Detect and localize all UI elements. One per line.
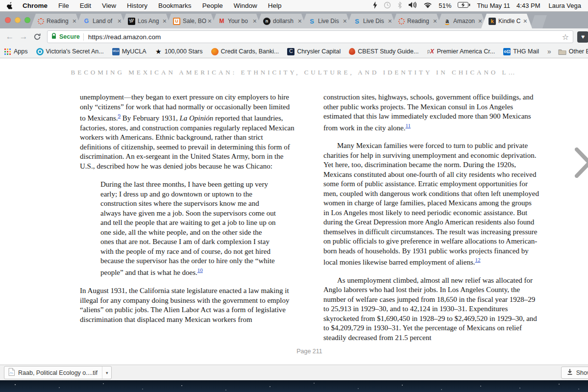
menu-chrome[interactable]: Chrome — [17, 2, 53, 9]
bluetooth-icon[interactable] — [397, 1, 402, 10]
zoom-window-button[interactable] — [24, 17, 30, 23]
url-separator — [83, 33, 84, 41]
time-machine-icon[interactable] — [384, 1, 391, 10]
show-all-downloads-button[interactable]: Show all — [561, 367, 588, 379]
security-label[interactable]: Secure — [59, 33, 80, 40]
footnote-link-9[interactable]: 9 — [118, 113, 121, 119]
wifi-icon[interactable] — [423, 2, 432, 10]
download-item-main[interactable]: Raab, Political Ecology o....tif — [4, 367, 102, 379]
browser-tab[interactable]: SLive Dis× — [301, 14, 352, 28]
folder-icon — [558, 49, 566, 55]
download-caret[interactable]: ▾ — [102, 367, 112, 379]
google-icon: G — [83, 18, 90, 25]
apps-shortcut[interactable]: Apps — [4, 48, 28, 55]
macos-menu-bar: ChromeFileEditViewHistoryBookmarksPeople… — [0, 0, 588, 12]
bookmark-star-icon[interactable]: ☆ — [562, 32, 569, 42]
battery-percent: 51% — [439, 2, 451, 9]
refresh-button[interactable] — [31, 33, 43, 41]
file-icon — [8, 368, 15, 377]
tab-close-button[interactable]: × — [253, 18, 257, 24]
browser-tab[interactable]: Reading× — [391, 14, 442, 28]
browser-tab[interactable]: USale, BO× — [166, 14, 217, 28]
footnote-link-12[interactable]: 12 — [475, 257, 481, 263]
browser-tab[interactable]: aAmazon× — [436, 14, 487, 28]
kindle-reader: BECOMING MEXICAN AMERICAN: ETHNICITY, CU… — [0, 58, 588, 365]
bookmark-item[interactable]: CBEST Study Guide... — [349, 48, 418, 55]
italic-text: La Opinión — [179, 114, 213, 122]
reading-spinner-icon — [398, 18, 405, 24]
extension-icon[interactable]: ♥ — [577, 31, 588, 43]
address-bar[interactable]: Secure https://read.amazon.com ☆ — [47, 30, 573, 43]
volume-icon[interactable] — [409, 1, 417, 10]
tab-close-button[interactable]: × — [388, 18, 392, 24]
menu-bar-date[interactable]: Thu May 11 — [477, 2, 510, 9]
tab-close-button[interactable]: × — [523, 18, 527, 24]
tab-title: Reading — [407, 18, 432, 24]
apple-menu-icon[interactable] — [7, 2, 13, 9]
browser-tab[interactable]: SLive Dis× — [346, 14, 397, 28]
menu-window[interactable]: Window — [228, 2, 263, 9]
menu-bar-time[interactable]: 4:43 PM — [516, 2, 540, 9]
tab-close-button[interactable]: × — [163, 18, 167, 24]
paragraph: construction sites, highways, schools, g… — [323, 93, 539, 133]
premier-icon: pX — [427, 48, 434, 55]
menu-edit[interactable]: Edit — [74, 2, 97, 9]
download-shelf: Raab, Political Ecology o....tif ▾ Show … — [0, 365, 588, 380]
bookmark-label: Victoria's Secret An... — [46, 48, 104, 55]
menu-people[interactable]: People — [197, 2, 228, 9]
tab-close-button[interactable]: × — [298, 18, 302, 24]
paragraph: In August 1931, the California state leg… — [80, 286, 295, 324]
url-text[interactable]: https://read.amazon.com — [88, 33, 161, 41]
minimize-window-button[interactable] — [15, 17, 21, 23]
bookmark-item[interactable]: ★100,000 Stars — [155, 48, 203, 55]
bookmark-item[interactable]: Credit Cards, Banki... — [211, 48, 279, 55]
tab-title: Your bo — [228, 18, 251, 24]
secure-lock-icon[interactable] — [51, 32, 56, 41]
browser-tab[interactable]: LAADPLos Ang× — [121, 14, 172, 28]
bookmark-item[interactable]: pXPremier America Cr... — [427, 48, 495, 55]
menu-history[interactable]: History — [122, 2, 153, 9]
power-bolt-icon[interactable] — [373, 1, 377, 10]
bookmark-label: Credit Cards, Banki... — [221, 48, 279, 55]
browser-tab[interactable]: Reading× — [30, 14, 81, 28]
tab-close-button[interactable]: × — [343, 18, 347, 24]
bookmark-item[interactable]: UCLAMyUCLA — [112, 48, 147, 55]
footnote-link-11[interactable]: 11 — [405, 122, 411, 128]
menu-view[interactable]: View — [97, 2, 122, 9]
browser-tab-active[interactable]: kKindle C× — [481, 14, 532, 28]
back-button[interactable]: ← — [4, 32, 16, 42]
tab-close-button[interactable]: × — [433, 18, 437, 24]
battery-icon[interactable] — [458, 2, 470, 9]
menu-bookmarks[interactable]: Bookmarks — [153, 2, 197, 9]
left-column: unemployment—they began to exert pressur… — [80, 93, 295, 351]
desktop-wallpaper — [0, 380, 588, 392]
other-bookmarks-label[interactable]: Other Bookmarks — [569, 48, 588, 55]
footnote-link-10[interactable]: 10 — [197, 267, 203, 273]
forward-button[interactable]: → — [18, 32, 29, 42]
bookmark-label: Chrysler Capital — [297, 48, 341, 55]
new-tab-button[interactable] — [530, 15, 547, 28]
ucla-icon: UCLA — [112, 48, 120, 55]
bookmark-item[interactable]: o⊡THG Mail — [503, 48, 539, 55]
download-item[interactable]: Raab, Political Ecology o....tif ▾ — [4, 366, 112, 379]
menu-help[interactable]: Help — [263, 2, 287, 9]
dollar-shave-icon: n — [263, 18, 270, 25]
tab-close-button[interactable]: × — [478, 18, 482, 24]
menu-bar-user[interactable]: Laura Vega — [548, 2, 581, 9]
tab-close-button[interactable]: × — [118, 18, 122, 24]
close-window-button[interactable] — [5, 17, 11, 23]
next-page-button[interactable] — [575, 147, 588, 180]
bookmark-items: Victoria's Secret An...UCLAMyUCLA★100,00… — [36, 48, 547, 55]
browser-tab[interactable]: GLand of× — [75, 14, 126, 28]
menu-file[interactable]: File — [53, 2, 74, 9]
bookmark-item[interactable]: Victoria's Secret An... — [36, 48, 104, 55]
browser-tab[interactable]: MYour bo× — [211, 14, 262, 28]
bookmark-item[interactable]: CChrysler Capital — [287, 48, 341, 55]
tab-close-button[interactable]: × — [208, 18, 212, 24]
browser-tab[interactable]: ndollarsh× — [256, 14, 307, 28]
tab-close-button[interactable]: × — [73, 18, 76, 24]
berry-icon — [349, 48, 355, 55]
bookmarks-bar: Apps Victoria's Secret An...UCLAMyUCLA★1… — [0, 45, 588, 58]
paragraph: Many Mexican families were forced to tur… — [323, 141, 539, 268]
bookmarks-overflow-chevron[interactable]: » — [547, 48, 551, 55]
